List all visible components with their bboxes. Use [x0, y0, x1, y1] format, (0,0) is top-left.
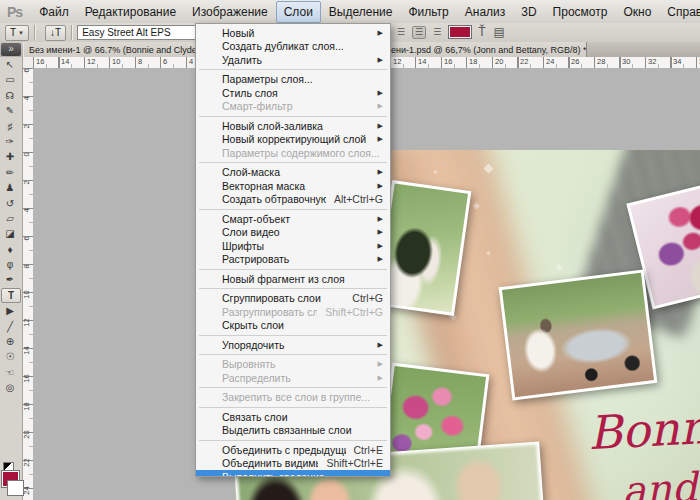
tab-overflow-button[interactable]: »: [1, 43, 21, 56]
menu-item[interactable]: Новый корректирующий слой▶: [196, 133, 390, 147]
menubar-item-Выделение[interactable]: Выделение: [321, 1, 401, 23]
ruler-number: 4: [22, 93, 31, 104]
3d-orbit-tool[interactable]: ☉: [0, 349, 20, 364]
background-color-swatch[interactable]: [8, 481, 23, 495]
menu-item[interactable]: Шрифты▶: [196, 239, 390, 253]
quick-select-tool[interactable]: ✎: [0, 103, 20, 118]
toggle-panels-button[interactable]: ▤: [492, 25, 507, 39]
zoom-tool[interactable]: ◎: [0, 380, 20, 395]
move-tool[interactable]: ↖: [0, 57, 20, 72]
menu-item-label: Слои видео: [222, 226, 370, 238]
font-family-select[interactable]: Easy Street Alt EPS▼: [77, 25, 205, 40]
menu-item[interactable]: Растрировать▶: [196, 253, 390, 267]
menu-item-shortcut: Ctrl+G: [352, 292, 383, 304]
menu-item[interactable]: Новый слой-заливка▶: [196, 119, 390, 133]
menubar-item-3D[interactable]: 3D: [513, 1, 544, 23]
default-colors-icon[interactable]: [3, 462, 14, 471]
menu-item[interactable]: Стиль слоя▶: [196, 86, 390, 100]
clone-stamp-tool[interactable]: ♟: [0, 180, 20, 195]
menu-item-label: Выполнить сведение: [222, 471, 383, 477]
healing-brush-tool[interactable]: ✚: [0, 149, 20, 164]
ruler-number: 10: [22, 289, 31, 300]
menu-item-label: Шрифты: [222, 240, 370, 252]
ruler-number: 14: [22, 345, 31, 356]
text-orientation-button[interactable]: ↓T: [45, 25, 66, 41]
menu-item-label: Стиль слоя: [222, 87, 370, 99]
pen-tool[interactable]: ✒: [0, 272, 20, 287]
ruler-number: 24: [22, 485, 31, 496]
menubar-item-Окно[interactable]: Окно: [615, 1, 659, 23]
menu-item-label: Слой-маска: [222, 166, 370, 178]
brush-tool[interactable]: ✏: [0, 165, 20, 180]
blur-tool[interactable]: ♦: [0, 242, 20, 257]
menubar-item-Анализ[interactable]: Анализ: [457, 1, 514, 23]
eraser-tool[interactable]: ▱: [0, 211, 20, 226]
warp-text-button[interactable]: Ť: [476, 25, 487, 39]
hand-tool[interactable]: ☜: [0, 365, 20, 380]
menu-item[interactable]: Слои видео▶: [196, 226, 390, 240]
menu-item-label: Новый корректирующий слой: [222, 133, 370, 145]
menu-item[interactable]: Векторная маска▶: [196, 179, 390, 193]
photo-wedding-car: [499, 270, 658, 401]
lasso-tool[interactable]: ☊: [0, 88, 20, 103]
submenu-arrow-icon: ▶: [378, 102, 383, 110]
history-brush-tool[interactable]: ↺: [0, 196, 20, 211]
menu-item-label: Объединить с предыдущим: [222, 444, 346, 456]
menu-item[interactable]: Слой-маска▶: [196, 166, 390, 180]
3d-rotate-tool[interactable]: ⊕: [0, 334, 20, 349]
menu-item[interactable]: Новый▶: [196, 26, 390, 40]
ruler-number: 2: [22, 121, 31, 132]
menubar-item-Просмотр[interactable]: Просмотр: [545, 1, 616, 23]
script-text-line2: and: [621, 464, 699, 500]
menu-item[interactable]: Выполнить сведение: [196, 470, 390, 477]
menu-item[interactable]: Параметры слоя...: [196, 73, 390, 87]
menu-item-label: Новый: [222, 27, 370, 39]
menu-item[interactable]: Упорядочить▶: [196, 338, 390, 352]
menubar-item-Редактирование[interactable]: Редактирование: [77, 1, 184, 23]
dodge-tool[interactable]: φ: [0, 257, 20, 272]
menubar-item-Файл[interactable]: Файл: [31, 1, 77, 23]
menu-item[interactable]: Создать обтравочную маскуAlt+Ctrl+G: [196, 193, 390, 207]
menu-item[interactable]: Выделить связанные слои: [196, 424, 390, 438]
menubar-item-Справка[interactable]: Справка: [659, 1, 700, 23]
menu-item-label: Распределить: [222, 372, 370, 384]
align-left-button[interactable]: ☰: [394, 26, 408, 39]
type-tool-preset-button[interactable]: T▼: [5, 25, 29, 41]
menu-item[interactable]: Объединить с предыдущимCtrl+E: [196, 443, 390, 457]
document-tab-2[interactable]: ени-1.psd @ 66,7% (Jonn and Bettany, RGB…: [385, 42, 587, 57]
submenu-arrow-icon: ▶: [378, 182, 383, 190]
photo-content: [378, 183, 468, 312]
menubar-item-Слои[interactable]: Слои: [276, 1, 321, 23]
menubar-item-Фильтр[interactable]: Фильтр: [400, 1, 456, 23]
menu-item[interactable]: Новый фрагмент из слоя: [196, 272, 390, 286]
ruler-number: 16: [444, 57, 452, 66]
menu-item[interactable]: Создать дубликат слоя...: [196, 40, 390, 54]
line-tool[interactable]: ╱: [0, 319, 20, 334]
menu-item[interactable]: Скрыть слои: [196, 319, 390, 333]
ruler-number: 6: [22, 233, 31, 244]
menu-separator: [199, 335, 387, 336]
menu-item[interactable]: Смарт-объект▶: [196, 212, 390, 226]
menu-item[interactable]: Объединить видимыеShift+Ctrl+E: [196, 457, 390, 471]
path-select-tool[interactable]: ▶: [0, 303, 20, 318]
type-tool[interactable]: T: [1, 288, 21, 303]
submenu-arrow-icon: ▶: [378, 360, 383, 368]
menu-item[interactable]: Удалить▶: [196, 53, 390, 67]
menu-item[interactable]: Связать слои: [196, 410, 390, 424]
crop-tool[interactable]: ♯: [0, 119, 20, 134]
submenu-arrow-icon: ▶: [378, 56, 383, 64]
text-color-swatch[interactable]: [448, 25, 472, 39]
toolbox: ↖▭☊✎♯✑✚✏♟↺▱◪♦φ✒T▶╱⊕☉☜◎: [0, 57, 23, 500]
menubar-item-Изображение[interactable]: Изображение: [184, 1, 276, 23]
marquee-tool[interactable]: ▭: [0, 72, 20, 87]
menu-separator: [199, 116, 387, 117]
gradient-tool[interactable]: ◪: [0, 226, 20, 241]
menu-item[interactable]: Сгруппировать слоиCtrl+G: [196, 292, 390, 306]
eyedropper-tool[interactable]: ✑: [0, 134, 20, 149]
menu-item-shortcut: Shift+Ctrl+G: [325, 306, 383, 318]
align-right-button[interactable]: ☰: [430, 26, 444, 39]
ruler-number: 30: [622, 57, 630, 66]
menu-item-label: Разгруппировать слои: [222, 306, 317, 318]
ruler-number: 4: [22, 205, 31, 216]
align-center-button[interactable]: ☰: [412, 26, 426, 39]
